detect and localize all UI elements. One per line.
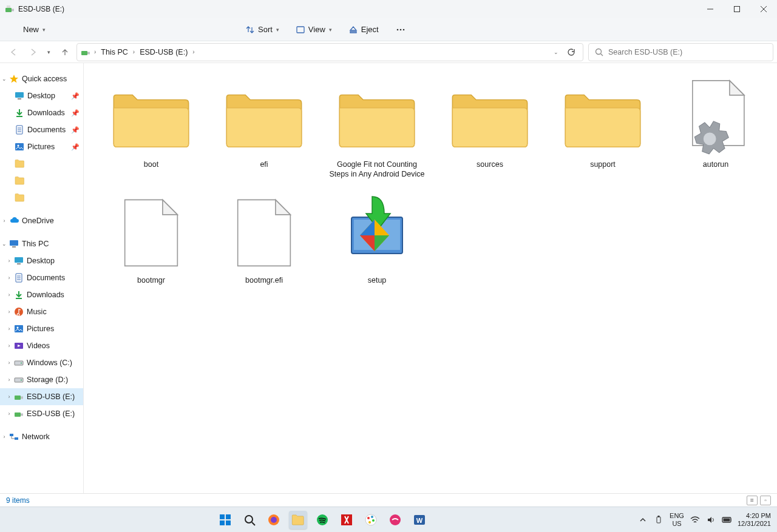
sidebar-quick-item[interactable] [0,172,83,189]
file-label: setup [368,276,387,286]
collapse-icon[interactable]: ⌄ [1,241,8,247]
icons-view-button[interactable]: ▫ [760,496,771,505]
sidebar-item-label: Pictures [27,143,55,151]
app-red-taskbar-icon[interactable] [338,511,356,529]
search-input[interactable] [608,48,767,56]
expand-icon[interactable]: › [5,411,13,417]
folder-item[interactable]: support [546,74,659,181]
collapse-icon[interactable]: ⌄ [1,76,8,82]
sidebar-onedrive[interactable]: › OneDrive [0,212,83,229]
minimize-button[interactable] [697,0,724,18]
app-pink-taskbar-icon[interactable] [386,511,404,529]
svg-point-63 [372,519,375,522]
sidebar-pc-item[interactable]: ›ESD-USB (E:) [0,405,83,422]
language-indicator-top[interactable]: ENG [670,512,684,519]
firefox-taskbar-icon[interactable] [265,511,283,529]
breadcrumb-current[interactable]: ESD-USB (E:) [138,47,189,58]
folder-item[interactable]: Google Fit not Counting Steps in Any And… [321,74,433,181]
address-dropdown-button[interactable]: ⌄ [550,49,562,55]
expand-icon[interactable]: › [1,434,8,440]
folder-item[interactable]: efi [208,74,321,181]
svg-point-60 [365,514,376,525]
svg-point-54 [245,516,253,523]
word-taskbar-icon[interactable]: W [410,511,429,529]
navigation-pane[interactable]: ⌄ Quick access Desktop📌Downloads📌Documen… [0,63,84,493]
back-button[interactable] [7,45,21,59]
recent-locations-button[interactable]: ▾ [45,45,53,59]
expand-icon[interactable]: › [5,292,13,298]
sidebar-quick-access[interactable]: ⌄ Quick access [0,70,83,87]
sort-button[interactable]: Sort▾ [241,22,284,37]
sidebar-pc-item[interactable]: ›Videos [0,337,83,354]
battery-icon[interactable] [722,515,731,525]
clock[interactable]: 4:20 PM 12/31/2021 [738,512,771,527]
sidebar-network[interactable]: › Network [0,428,83,445]
sidebar-quick-item[interactable] [0,189,83,206]
sidebar-quick-item[interactable]: Pictures📌 [0,138,83,155]
expand-icon[interactable]: › [5,394,13,400]
breadcrumb-this-pc[interactable]: This PC [100,47,129,58]
expand-icon[interactable]: › [5,377,13,383]
refresh-button[interactable] [567,48,579,56]
file-item[interactable]: setup [321,190,433,288]
sidebar-pc-item[interactable]: ›Desktop [0,252,83,269]
language-indicator-bottom[interactable]: US [670,520,684,527]
sidebar-pc-item[interactable]: ›Pictures [0,320,83,337]
sidebar-item-label: Downloads [27,109,65,117]
explorer-taskbar-icon[interactable] [289,511,307,529]
file-item[interactable]: bootmgr [95,190,208,288]
expand-icon[interactable]: › [5,309,13,315]
taskbar[interactable]: W ENG US 4:20 PM 12/31/2021 [0,507,777,532]
sidebar-pc-item[interactable]: ›Downloads [0,286,83,303]
more-button[interactable] [391,22,410,37]
search-taskbar-button[interactable] [240,511,259,529]
tray-overflow-button[interactable] [638,515,648,525]
spotify-taskbar-icon[interactable] [313,511,331,529]
wifi-icon[interactable] [690,515,700,525]
paint-taskbar-icon[interactable] [362,511,380,529]
forward-button[interactable] [26,45,40,59]
sidebar-quick-item[interactable] [0,155,83,172]
sidebar-pc-item[interactable]: ›ESD-USB (E:) [0,388,83,405]
folder-item[interactable]: sources [433,74,546,181]
close-button[interactable] [750,0,777,18]
sidebar-this-pc[interactable]: ⌄ This PC [0,235,83,252]
usb-tray-icon[interactable] [654,515,663,525]
search-icon [595,48,603,56]
sidebar-pc-item[interactable]: ›Windows (C:) [0,354,83,371]
new-button[interactable]: New▾ [16,22,53,37]
svg-rect-45 [21,414,23,416]
file-list[interactable]: bootefiGoogle Fit not Counting Steps in … [84,63,777,493]
view-button[interactable]: View▾ [291,22,337,37]
folder-item[interactable]: boot [95,74,208,181]
expand-icon[interactable]: › [5,258,13,264]
maximize-button[interactable] [724,0,750,18]
eject-button[interactable]: Eject [344,22,384,37]
expand-icon[interactable]: › [5,275,13,281]
svg-rect-68 [657,517,660,523]
expand-icon[interactable]: › [5,343,13,349]
sidebar-item-label: Pictures [27,325,54,333]
sidebar-quick-item[interactable]: Downloads📌 [0,104,83,121]
address-bar[interactable]: › This PC › ESD-USB (E:) › ⌄ [76,43,583,61]
more-icon [396,25,405,34]
file-item[interactable]: autorun [659,74,772,181]
sidebar-pc-item[interactable]: ›Storage (D:) [0,371,83,388]
details-view-button[interactable]: ≡ [747,496,758,505]
sidebar-pc-item[interactable]: ›Music [0,303,83,320]
sidebar-quick-item[interactable]: Desktop📌 [0,87,83,104]
start-button[interactable] [216,511,234,529]
search-box[interactable] [588,43,773,61]
sidebar-pc-item[interactable]: ›Documents [0,269,83,286]
svg-rect-25 [10,240,18,246]
expand-icon[interactable]: › [5,360,13,366]
svg-rect-71 [731,519,731,521]
sidebar-item-label: Videos [27,342,50,350]
volume-icon[interactable] [706,515,716,525]
expand-icon[interactable]: › [5,326,13,332]
expand-icon[interactable]: › [1,218,8,224]
up-button[interactable] [58,45,72,59]
file-item[interactable]: bootmgr.efi [208,190,321,288]
folder-icon [15,159,24,169]
sidebar-quick-item[interactable]: Documents📌 [0,121,83,138]
